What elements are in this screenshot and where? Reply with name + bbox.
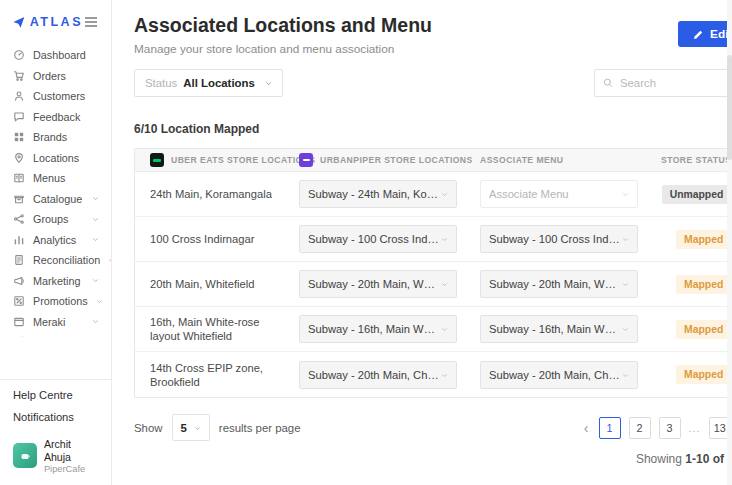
results-summary-prefix: Showing bbox=[636, 452, 682, 466]
associate-menu-dropdown[interactable]: Subway - 16th, Main White-Rose layo... bbox=[480, 315, 638, 343]
uber-location: 24th Main, Koramangala bbox=[150, 187, 291, 201]
sidebar-item-meraki[interactable]: Meraki bbox=[0, 312, 111, 333]
paper-plane-icon bbox=[13, 16, 25, 29]
sidebar-item-orders[interactable]: Orders bbox=[0, 66, 111, 87]
page-title: Associated Locations and Menu bbox=[134, 14, 432, 37]
user-name: Archit Ahuja bbox=[44, 438, 98, 464]
sidebar-item-label: Brands bbox=[33, 131, 67, 143]
sidebar-item-label: Orders bbox=[33, 70, 66, 82]
status-badge: Mapped bbox=[676, 365, 731, 384]
chevron-down-icon bbox=[96, 298, 103, 305]
sidebar-item-brands[interactable]: Brands bbox=[0, 127, 111, 148]
avatar bbox=[13, 443, 37, 468]
page-subtitle: Manage your store location and menu asso… bbox=[134, 42, 432, 56]
column-label: ASSOCIATE MENU bbox=[480, 155, 564, 165]
prev-page-icon[interactable]: ‹ bbox=[582, 420, 591, 436]
chevron-down-icon bbox=[441, 323, 448, 335]
status-badge: Mapped bbox=[676, 320, 731, 339]
table-row: 24th Main, Koramangala Subway - 24th Mai… bbox=[135, 172, 732, 217]
column-header-urbanpiper: URBANPIPER STORE LOCATIONS bbox=[299, 153, 472, 167]
sidebar-item-label: Feedback bbox=[33, 111, 80, 123]
column-label: STORE STATUS bbox=[661, 155, 731, 165]
column-label: URBANPIPER STORE LOCATIONS bbox=[320, 155, 473, 165]
associate-menu-dropdown[interactable]: Subway - 100 Cross Indiranagar bbox=[480, 225, 638, 253]
pagination-row: Show 5 results per page ‹ 1 2 3 ... 13 › bbox=[134, 414, 732, 441]
megaphone-icon bbox=[13, 275, 25, 287]
store-location-dropdown[interactable]: Subway - 16th, Main White Rose layo... bbox=[299, 315, 457, 343]
sidebar-item-reconciliation[interactable]: Reconciliation bbox=[0, 250, 111, 271]
sidebar-item-label: Menus bbox=[33, 172, 65, 184]
sidebar-nav: Dashboard Orders Customers Feedback Bran… bbox=[0, 45, 111, 337]
sidebar-item-label: Catalogue bbox=[33, 193, 82, 205]
dropdown-value: Subway - 16th, Main White Rose layo... bbox=[308, 323, 441, 335]
page-button-3[interactable]: 3 bbox=[659, 417, 681, 439]
sidebar-item-locations[interactable]: Locations bbox=[0, 148, 111, 169]
sidebar-item-menus[interactable]: Menus bbox=[0, 168, 111, 189]
chevron-down-icon bbox=[265, 80, 272, 87]
help-centre-link[interactable]: Help Centre bbox=[0, 380, 111, 406]
grid-icon bbox=[13, 131, 25, 143]
person-icon bbox=[13, 90, 25, 102]
dashboard-icon bbox=[13, 49, 25, 61]
sidebar-item-catalogue[interactable]: Catalogue bbox=[0, 189, 111, 210]
page-button-1[interactable]: 1 bbox=[599, 417, 621, 439]
window-scrollbar[interactable] bbox=[727, 0, 732, 485]
locations-table: UBER EATS STORE LOCATIONS URBANPIPER STO… bbox=[134, 148, 732, 398]
edit-button[interactable]: Edit bbox=[678, 21, 732, 47]
sidebar-item-label: Dashboard bbox=[33, 49, 86, 61]
percent-tag-icon bbox=[13, 295, 25, 307]
sidebar-item-customers[interactable]: Customers bbox=[0, 86, 111, 107]
notifications-link[interactable]: Notifications bbox=[0, 406, 111, 428]
sidebar-item-promotions[interactable]: Promotions bbox=[0, 291, 111, 312]
dropdown-placeholder: Associate Menu bbox=[489, 188, 569, 200]
sidebar-item-dashboard[interactable]: Dashboard bbox=[0, 45, 111, 66]
pencil-icon bbox=[693, 29, 704, 40]
sidebar-item-settings[interactable]: Settings bbox=[0, 332, 111, 337]
table-row: 16th, Main White-rose layout Whitefield … bbox=[135, 307, 732, 352]
sidebar-item-label: Analytics bbox=[33, 234, 76, 246]
sidebar-item-marketing[interactable]: Marketing bbox=[0, 271, 111, 292]
search-input[interactable] bbox=[620, 77, 732, 89]
uber-location: 20th Main, Whitefield bbox=[150, 277, 291, 291]
results-summary: Showing 1-10 of 134 bbox=[134, 452, 732, 466]
dropdown-value: Subway - 16th, Main White-Rose layo... bbox=[489, 323, 622, 335]
sidebar-item-label: Reconciliation bbox=[33, 254, 100, 266]
page-size-select[interactable]: 5 bbox=[172, 414, 210, 441]
chevron-down-icon bbox=[622, 233, 629, 245]
page-size-value: 5 bbox=[181, 422, 187, 434]
scrollbar-thumb[interactable] bbox=[727, 55, 732, 160]
sidebar-item-groups[interactable]: Groups bbox=[0, 209, 111, 230]
map-pin-icon bbox=[13, 152, 25, 164]
sidebar: ATLAS Dashboard Orders Customers Feedbac… bbox=[0, 0, 112, 485]
associate-menu-dropdown[interactable]: Subway - 20th Main, Whitefield bbox=[480, 270, 638, 298]
associate-menu-dropdown[interactable]: Associate Menu bbox=[480, 180, 638, 208]
store-location-dropdown[interactable]: Subway - 24th Main, Koramangala bbox=[299, 180, 457, 208]
chevron-down-icon bbox=[622, 278, 629, 290]
sidebar-item-analytics[interactable]: Analytics bbox=[0, 230, 111, 251]
status-filter-dropdown[interactable]: Status All Locations bbox=[134, 69, 283, 97]
menu-toggle-icon[interactable] bbox=[83, 15, 99, 28]
sidebar-item-label: Meraki bbox=[33, 316, 65, 328]
chevron-down-icon bbox=[92, 216, 99, 223]
dropdown-value: Subway - 20th Main, Church Street, B... bbox=[308, 369, 441, 381]
user-org: PiperCafe bbox=[44, 464, 98, 474]
nodes-icon bbox=[13, 213, 25, 225]
filter-row: Status All Locations bbox=[134, 69, 732, 97]
chevron-down-icon bbox=[441, 188, 448, 200]
uber-location: 100 Cross Indirnagar bbox=[150, 232, 291, 246]
brand-logo: ATLAS bbox=[0, 0, 111, 39]
page-button-2[interactable]: 2 bbox=[629, 417, 651, 439]
dropdown-value: Subway - 20th Main, Whitefield bbox=[308, 278, 441, 290]
store-location-dropdown[interactable]: Subway - 20th Main, Whitefield bbox=[299, 270, 457, 298]
dropdown-value: Subway - 24th Main, Koramangala bbox=[308, 188, 441, 200]
cart-icon bbox=[13, 70, 25, 82]
page-size-control: Show 5 results per page bbox=[134, 414, 301, 441]
user-profile[interactable]: Archit Ahuja PiperCafe bbox=[0, 430, 111, 485]
associate-menu-dropdown[interactable]: Subway - 20th Main, Church Street, B... bbox=[480, 361, 638, 389]
store-location-dropdown[interactable]: Subway - 100 Cross Indiranagar bbox=[299, 225, 457, 253]
chevron-down-icon bbox=[622, 188, 629, 200]
sidebar-item-feedback[interactable]: Feedback bbox=[0, 107, 111, 128]
store-location-dropdown[interactable]: Subway - 20th Main, Church Street, B... bbox=[299, 361, 457, 389]
status-badge: Unmapped bbox=[662, 185, 732, 204]
link-icon bbox=[13, 336, 25, 337]
